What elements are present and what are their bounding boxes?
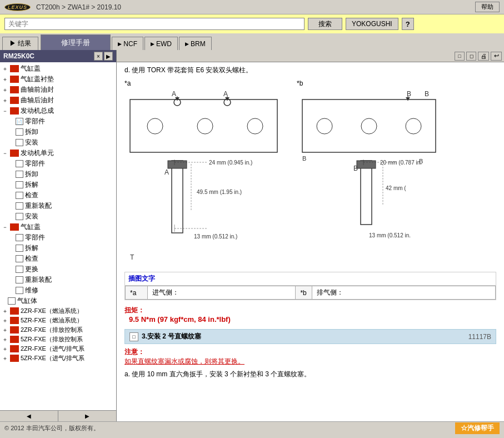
tree-label: 曲轴后油封 bbox=[21, 96, 54, 105]
tree-item[interactable]: ＋ 5ZR-FXE（进气/排气系 bbox=[0, 354, 116, 363]
content-panel: □ ◻ 🖨 ↩ d. 使用 TORX 带花套筒 E6 安装双头螺柱。 *a bbox=[117, 50, 504, 421]
tab-results[interactable]: ▶ 结果 bbox=[2, 37, 38, 50]
tree-item[interactable]: 重新装配 bbox=[0, 275, 116, 285]
tab-ncf[interactable]: ▶NCF bbox=[112, 37, 143, 50]
tree-item[interactable]: 零部件 bbox=[0, 232, 116, 243]
tree-item[interactable]: ＋ 气缸盖 bbox=[0, 63, 116, 74]
svg-text:B: B bbox=[353, 165, 358, 172]
book-icon bbox=[10, 345, 19, 352]
tree-label: 5ZR-FXE（排放控制系 bbox=[21, 335, 83, 344]
tree-label: 零部件 bbox=[25, 159, 45, 168]
expand-icon: ＋ bbox=[2, 336, 9, 344]
expand-icon: ＋ bbox=[2, 86, 9, 94]
tree-label: 拆卸 bbox=[25, 170, 38, 179]
svg-text:20 mm (0.787 in.: 20 mm (0.787 in. bbox=[380, 160, 422, 166]
tab-bar: ▶ 结果 修理手册 ▶NCF ▶EWD ▶BRM bbox=[0, 33, 504, 50]
tree-item[interactable]: ＋ 5ZR-FXE（燃油系统） bbox=[0, 316, 116, 325]
doc-icon bbox=[16, 245, 23, 252]
tab-ewd[interactable]: ▶EWD bbox=[144, 37, 178, 50]
step3-icon: □ bbox=[129, 332, 138, 341]
caption-area: 插图文字 *a 进气侧： *b 排气侧： bbox=[124, 272, 496, 300]
question-button[interactable]: ? bbox=[402, 18, 414, 30]
tree-label: 气缸盖 bbox=[21, 222, 41, 232]
toolbar-window-btn2[interactable]: ◻ bbox=[466, 52, 476, 61]
search-input[interactable] bbox=[4, 18, 305, 30]
torque-section: 扭矩： 9.5 N*m (97 kgf*cm, 84 in.*lbf) bbox=[124, 306, 496, 323]
doc-icon bbox=[16, 202, 23, 210]
tree-label: 零部件 bbox=[25, 233, 45, 242]
tree-item[interactable]: 拆卸 bbox=[0, 127, 116, 137]
tree-item[interactable]: ＋ 2ZR-FXE（燃油系统） bbox=[0, 306, 116, 316]
tree-item[interactable]: 重新装配 bbox=[0, 201, 116, 211]
tree-item[interactable]: － 发动机单元 bbox=[0, 148, 116, 158]
step3-note-a: a. 使用 10 mm 直六角扳手，安装 3 个新衬垫和 3 个直螺纹塞。 bbox=[124, 370, 496, 379]
main-area: RM25K0C × ▶ ＋ 气缸盖 ＋ 气缸盖衬垫 ＋ 曲轴前油封 bbox=[0, 50, 504, 421]
tree-item[interactable]: ＋ 5ZR-FXE（排放控制系 bbox=[0, 335, 116, 344]
tree-item[interactable]: ＋ 曲轴前油封 bbox=[0, 84, 116, 95]
help-button[interactable]: 帮助 bbox=[475, 2, 500, 12]
tree-item[interactable]: ＋ 2ZR-FXE（排放控制系 bbox=[0, 325, 116, 335]
content-scroll-area[interactable]: d. 使用 TORX 带花套筒 E6 安装双头螺柱。 *a bbox=[117, 62, 504, 421]
tree-item[interactable]: 维修 bbox=[0, 285, 116, 296]
tree-scroll-left[interactable]: ◀ bbox=[0, 411, 58, 421]
tree-item[interactable]: 检查 bbox=[0, 190, 116, 201]
tree-item[interactable]: 气缸体 bbox=[0, 296, 116, 306]
doc-icon bbox=[16, 171, 23, 178]
panel-expand-button[interactable]: ▶ bbox=[104, 52, 113, 61]
tree-item[interactable]: － 气缸盖 bbox=[0, 222, 116, 232]
lexus-logo: LEXUS bbox=[4, 3, 31, 11]
tree-item[interactable]: 拆解 bbox=[0, 180, 116, 190]
step3-header[interactable]: □ 3.安装 2 号直螺纹塞 11117B bbox=[124, 329, 496, 344]
tree-item[interactable]: 拆卸 bbox=[0, 169, 116, 180]
expand-icon: － bbox=[2, 150, 9, 157]
tab-manual-label: 修理手册 bbox=[61, 38, 90, 48]
svg-point-2 bbox=[197, 118, 213, 134]
tree-label: 气缸盖 bbox=[21, 64, 41, 73]
expand-icon: － bbox=[2, 107, 9, 115]
step3-title: 3.安装 2 号直螺纹塞 bbox=[142, 332, 201, 341]
expand-icon: ＋ bbox=[2, 76, 9, 83]
content-toolbar: □ ◻ 🖨 ↩ bbox=[117, 50, 504, 62]
panel-close-button[interactable]: × bbox=[94, 52, 103, 61]
tree-item[interactable]: ＋ 气缸盖衬垫 bbox=[0, 74, 116, 84]
notice-text: 如果直螺纹塞漏水或腐蚀，则将其更换。 bbox=[124, 357, 496, 366]
toolbar-back-button[interactable]: ↩ bbox=[491, 52, 502, 61]
notice-title: 注意： bbox=[124, 347, 496, 357]
book-icon bbox=[10, 223, 19, 231]
svg-point-3 bbox=[247, 118, 263, 134]
tree-label: 曲轴前油封 bbox=[21, 85, 54, 94]
tree-label: 2ZR-FXE（排放控制系 bbox=[21, 326, 83, 334]
tree-label: 重新装配 bbox=[25, 275, 52, 285]
tree-label: 更换 bbox=[25, 265, 38, 274]
caption-title: 插图文字 bbox=[125, 272, 496, 286]
yokogushi-button[interactable]: YOKOGUSHI bbox=[346, 18, 398, 30]
panel-title: RM25K0C bbox=[3, 52, 34, 60]
tab-brm[interactable]: ▶BRM bbox=[179, 37, 212, 50]
diagram-a: *a A A bbox=[124, 79, 286, 266]
book-icon bbox=[10, 150, 19, 157]
tree-item[interactable]: ＋ 曲轴后油封 bbox=[0, 95, 116, 106]
tree-item[interactable]: 零部件 bbox=[0, 158, 116, 169]
book-icon bbox=[10, 307, 19, 315]
tab-manual[interactable]: 修理手册 bbox=[41, 34, 111, 50]
doc-icon bbox=[16, 276, 23, 283]
tree-item[interactable]: 更换 bbox=[0, 264, 116, 275]
tree-item[interactable]: － 发动机总成 bbox=[0, 106, 116, 116]
tree-item[interactable]: 安装 bbox=[0, 211, 116, 222]
tree-item[interactable]: 📄 零部件 bbox=[0, 116, 116, 127]
tree-area[interactable]: ＋ 气缸盖 ＋ 气缸盖衬垫 ＋ 曲轴前油封 ＋ 曲轴后油封 － bbox=[0, 62, 116, 410]
search-bar: 搜索 YOKOGUSHI ? bbox=[0, 14, 504, 33]
search-button[interactable]: 搜索 bbox=[308, 18, 342, 30]
tree-item[interactable]: 安装 bbox=[0, 137, 116, 148]
svg-text:13 mm (0.512 in.: 13 mm (0.512 in. bbox=[369, 232, 411, 238]
svg-text:B: B bbox=[425, 90, 429, 98]
svg-text:B: B bbox=[302, 155, 306, 162]
tree-scroll-right[interactable]: ▶ bbox=[58, 411, 116, 421]
tree-item[interactable]: ＋ 2ZR-FXE（进气/排气系 bbox=[0, 344, 116, 354]
svg-text:B: B bbox=[407, 90, 411, 98]
tree-item[interactable]: 检查 bbox=[0, 253, 116, 264]
toolbar-window-btn1[interactable]: □ bbox=[455, 52, 465, 61]
svg-text:13 mm (0.512 in.): 13 mm (0.512 in.) bbox=[194, 233, 237, 240]
toolbar-print-button[interactable]: 🖨 bbox=[478, 52, 489, 61]
tree-item[interactable]: 拆解 bbox=[0, 243, 116, 253]
